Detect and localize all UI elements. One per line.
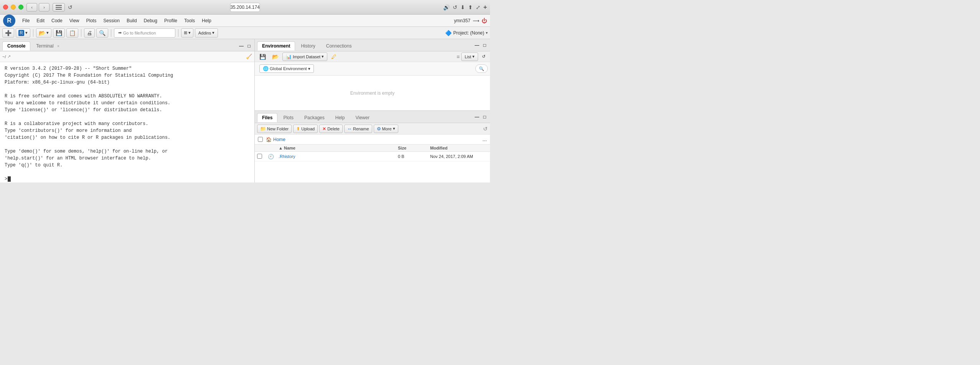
console-content[interactable]: R version 3.4.2 (2017-09-28) -- "Short S…: [0, 62, 254, 182]
new-script-button[interactable]: R ▾: [16, 28, 30, 38]
menu-icon: ≡: [457, 54, 460, 60]
home-link[interactable]: Home: [273, 137, 285, 142]
project-arrow[interactable]: ▾: [486, 31, 488, 35]
rhistory-icon: 🕘: [268, 154, 274, 159]
breadcrumb-ellipsis[interactable]: …: [482, 137, 487, 142]
save-workspace-button[interactable]: 💾: [257, 53, 268, 61]
menu-help[interactable]: Help: [199, 16, 214, 25]
file-modified: Nov 24, 2017, 2:09 AM: [430, 154, 488, 159]
delete-icon: ✕: [322, 126, 326, 132]
find-replace-button[interactable]: 🔍: [96, 28, 108, 38]
url-bar[interactable]: 35.200.14.174: [230, 3, 260, 12]
tab-viewer[interactable]: Viewer: [350, 113, 374, 122]
files-refresh-icon[interactable]: ↺: [483, 126, 488, 132]
env-maximize-icon[interactable]: □: [482, 42, 488, 48]
tab-plots[interactable]: Plots: [278, 113, 299, 122]
tab-terminal[interactable]: Terminal ×: [31, 41, 64, 51]
list-button[interactable]: List ▾: [461, 53, 478, 61]
tab-environment[interactable]: Environment: [257, 41, 295, 51]
menu-edit[interactable]: Edit: [33, 16, 48, 25]
new-file-button[interactable]: ➕: [2, 28, 14, 38]
close-button[interactable]: [3, 5, 8, 10]
minimize-button[interactable]: [11, 5, 16, 10]
path-icon: ↗: [7, 54, 11, 59]
header-name-col[interactable]: ▲ Name: [279, 146, 396, 150]
menu-plots[interactable]: Plots: [83, 16, 100, 25]
load-workspace-button[interactable]: 📂: [270, 53, 281, 61]
console-line-1: Copyright (C) 2017 The R Foundation for …: [5, 72, 250, 79]
rename-button[interactable]: ↔ Rename: [344, 125, 372, 133]
sidebar-toggle-button[interactable]: [53, 3, 65, 12]
menu-code[interactable]: Code: [48, 16, 66, 25]
grid-icon: ⊞: [184, 30, 187, 35]
upload-button[interactable]: ⬆ Upload: [293, 125, 318, 133]
addins-button[interactable]: Addins ▾: [195, 28, 218, 38]
files-maximize-icon[interactable]: □: [482, 114, 488, 120]
broom-icon[interactable]: 🧹: [246, 54, 252, 59]
menu-tools[interactable]: Tools: [181, 16, 198, 25]
grid-button[interactable]: ⊞ ▾: [181, 28, 193, 38]
tab-files[interactable]: Files: [257, 113, 277, 122]
files-minimize-icon[interactable]: —: [474, 114, 480, 120]
more-button[interactable]: ⚙ More ▾: [374, 125, 398, 133]
new-folder-button[interactable]: 📁 New Folder: [257, 125, 292, 133]
download-icon[interactable]: ⬇: [460, 4, 465, 10]
tab-help[interactable]: Help: [330, 113, 350, 122]
select-all-checkbox[interactable]: [258, 137, 263, 142]
console-tabs-bar: Console Terminal × — □: [0, 39, 254, 51]
menu-view[interactable]: View: [66, 16, 82, 25]
new-folder-label: New Folder: [267, 127, 289, 131]
tab-connections[interactable]: Connections: [321, 41, 357, 51]
forward-button[interactable]: ›: [39, 3, 49, 12]
share-icon[interactable]: ⬆: [468, 4, 473, 10]
back-button[interactable]: ‹: [26, 3, 37, 12]
console-minimize-icon[interactable]: —: [238, 43, 244, 49]
profile-icon[interactable]: ⟶: [473, 18, 479, 23]
delete-label: Delete: [327, 127, 340, 131]
save-icon: 💾: [56, 30, 62, 36]
reload-button[interactable]: ↺: [68, 4, 73, 10]
open-file-button[interactable]: 📂 ▾: [36, 28, 51, 38]
empty-env-message: Environment is empty: [350, 90, 394, 96]
env-minimize-icon[interactable]: —: [474, 42, 480, 48]
import-dataset-button[interactable]: 📊 Import Dataset ▾: [282, 53, 327, 61]
console-maximize-icon[interactable]: □: [246, 43, 252, 49]
clear-console-button[interactable]: 🖊: [329, 53, 339, 61]
environment-toolbar: 💾 📂 📊 Import Dataset ▾ 🖊 ≡: [255, 51, 490, 62]
right-panel: Environment History Connections — □ 💾: [255, 39, 490, 182]
menu-profile[interactable]: Profile: [161, 16, 180, 25]
fullscreen-button[interactable]: [18, 5, 23, 10]
find-icon: 🔍: [99, 30, 106, 36]
print-button[interactable]: 🖨: [84, 28, 95, 38]
power-icon[interactable]: ⏻: [482, 18, 487, 24]
console-line-8: R is a collaborative project with many c…: [5, 120, 250, 127]
menu-debug[interactable]: Debug: [141, 16, 160, 25]
env-refresh-button[interactable]: ↺: [480, 53, 488, 61]
go-to-file-button[interactable]: ➡ Go to file/function: [114, 28, 175, 38]
file-name-link[interactable]: .Rhistory: [279, 154, 396, 159]
menu-file[interactable]: File: [19, 16, 33, 25]
more-arrow: ▾: [393, 126, 395, 131]
toolbar-divider-1: [33, 29, 33, 37]
add-tab-button[interactable]: +: [483, 4, 487, 11]
fullscreen-icon[interactable]: ⤢: [476, 4, 480, 10]
global-env-selector[interactable]: 🌐 Global Environment ▾: [259, 64, 314, 73]
console-line-9: Type 'contributors()' for more informati…: [5, 127, 250, 134]
load-workspace-icon: 📂: [272, 54, 279, 60]
upload-label: Upload: [301, 127, 315, 131]
tab-console[interactable]: Console: [2, 41, 30, 51]
save-button[interactable]: 💾: [53, 28, 65, 38]
menu-build[interactable]: Build: [124, 16, 140, 25]
project-label: Project: (None): [453, 30, 484, 36]
gear-icon: ⚙: [377, 126, 381, 132]
tab-packages[interactable]: Packages: [299, 113, 330, 122]
console-prompt[interactable]: >: [5, 176, 250, 182]
menu-session[interactable]: Session: [100, 16, 123, 25]
delete-button[interactable]: ✕ Delete: [319, 125, 343, 133]
save-all-button[interactable]: 📋: [66, 28, 78, 38]
env-search-box[interactable]: 🔍: [475, 64, 488, 73]
file-checkbox[interactable]: [257, 154, 262, 159]
tab-history[interactable]: History: [296, 41, 320, 51]
terminal-close-icon[interactable]: ×: [57, 44, 59, 48]
reload-icon[interactable]: ↺: [453, 4, 457, 10]
